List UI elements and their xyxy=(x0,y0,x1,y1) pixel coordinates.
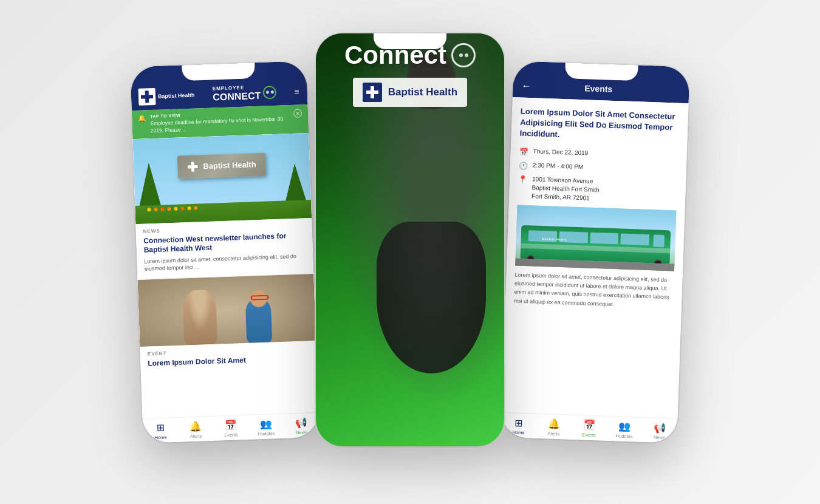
nav-alerts-right[interactable]: 🔔 Alerts xyxy=(536,418,572,437)
nav-events-label: Events xyxy=(224,432,238,438)
event-date: Thurs, Dec 22, 2019 xyxy=(533,147,588,157)
nav-home-label-right: Home xyxy=(512,429,524,435)
connect-circle-icon xyxy=(263,86,277,100)
glasses xyxy=(250,295,268,300)
nav-huddles-right[interactable]: 👥 Huddles xyxy=(606,420,642,440)
splash-screen: EMPLOYEE Connect xyxy=(316,33,504,446)
event-bus-image: Baptist Health xyxy=(515,205,676,271)
events-icon-right: 📅 xyxy=(583,419,596,431)
news-icon-right: 📢 xyxy=(654,422,666,434)
event-detail-title: Lorem Ipsum Dolor Sit Amet Consectetur A… xyxy=(519,106,680,145)
svg-rect-1 xyxy=(141,95,153,99)
events-icon: 📅 xyxy=(225,419,237,431)
nav-news-label-right: News xyxy=(654,435,665,441)
event-address-row: 📍 1001 Townson Avenue Baptist Health For… xyxy=(518,174,677,205)
splash-connect-icon xyxy=(451,43,476,67)
notch-right xyxy=(565,63,638,81)
nav-home[interactable]: ⊞ Home xyxy=(143,421,179,441)
employee-connect-text: EMPLOYEE Connect xyxy=(213,85,261,103)
event-time: 2:30 PM - 4:00 PM xyxy=(533,161,584,171)
home-icon: ⊞ xyxy=(156,422,165,434)
splash-cross-icon xyxy=(363,83,382,102)
svg-rect-5 xyxy=(366,90,378,94)
alert-text: TAP TO VIEW Employee deadline for mandat… xyxy=(150,109,290,135)
phones-showcase: Baptist Health EMPLOYEE Connect ≡ xyxy=(106,15,714,489)
news-header-image: Baptist Health xyxy=(132,133,312,224)
baptist-health-sign: Baptist Health xyxy=(177,152,267,179)
event-address: 1001 Townson Avenue Baptist Health Fort … xyxy=(531,175,600,203)
bottom-nav-right: ⊞ Home 🔔 Alerts 📅 Events 👥 Huddles 📢 New… xyxy=(501,412,677,443)
logo-cross-icon xyxy=(138,88,156,106)
nav-news-right[interactable]: 📢 News xyxy=(641,421,677,441)
bus-windshield xyxy=(653,234,665,247)
nav-alerts-label-right: Alerts xyxy=(548,431,559,437)
calendar-icon: 📅 xyxy=(519,147,528,156)
nav-home-label: Home xyxy=(154,435,166,441)
logo-text: Baptist Health xyxy=(158,92,195,100)
splash-baptist-name: Baptist Health xyxy=(388,86,457,98)
body-silhouette xyxy=(377,222,486,373)
svg-rect-3 xyxy=(188,165,197,169)
events-header-title: Events xyxy=(537,82,660,96)
news-icon: 📢 xyxy=(295,417,308,429)
phone-center: EMPLOYEE Connect xyxy=(316,33,504,446)
nav-news-label: News xyxy=(296,429,307,435)
nav-events-label-right: Events xyxy=(582,432,596,438)
adult-figure xyxy=(182,290,217,346)
nav-home-right[interactable]: ⊞ Home xyxy=(501,417,536,436)
event-date-row: 📅 Thurs, Dec 22, 2019 xyxy=(519,146,678,161)
clock-icon: 🕐 xyxy=(519,161,528,170)
phone-left: Baptist Health EMPLOYEE Connect ≡ xyxy=(130,61,319,443)
location-icon: 📍 xyxy=(518,175,527,184)
alert-close-button[interactable]: ✕ xyxy=(293,109,302,117)
sign-cross-icon xyxy=(187,161,199,172)
splash-baptist-logo-bar: Baptist Health xyxy=(353,78,467,107)
baptist-logo: Baptist Health xyxy=(138,87,195,106)
right-phone-content: Lorem Ipsum Dolor Sit Amet Consectetur A… xyxy=(502,97,689,418)
nav-events[interactable]: 📅 Events xyxy=(213,419,249,438)
alerts-icon: 🔔 xyxy=(190,421,202,433)
nav-huddles-label-right: Huddles xyxy=(616,433,633,439)
bell-icon: 🔔 xyxy=(138,114,146,122)
nav-news[interactable]: 📢 News xyxy=(284,417,319,436)
alerts-icon-right: 🔔 xyxy=(548,418,561,430)
notch-left xyxy=(182,63,255,81)
huddles-icon: 👥 xyxy=(260,418,273,430)
left-phone-content: Baptist Health NEWS Connection West news… xyxy=(132,133,318,418)
nav-alerts-label: Alerts xyxy=(190,434,202,440)
event-body-text: Lorem ipsum dolor sit amet, consectetur … xyxy=(514,270,674,311)
bottom-nav-left: ⊞ Home 🔔 Alerts 📅 Events 👥 Huddles 📢 New… xyxy=(142,412,319,443)
bus-body: Baptist Health xyxy=(521,225,671,264)
nav-huddles-label: Huddles xyxy=(258,431,275,437)
home-icon-right: ⊞ xyxy=(514,417,523,429)
huddles-icon-right: 👥 xyxy=(618,421,631,433)
nav-alerts[interactable]: 🔔 Alerts xyxy=(178,420,214,440)
event-image xyxy=(138,274,316,347)
nav-events-right[interactable]: 📅 Events xyxy=(571,419,607,438)
employee-connect-logo: EMPLOYEE Connect xyxy=(213,84,277,103)
hamburger-icon[interactable]: ≡ xyxy=(294,87,300,97)
nav-huddles[interactable]: 👥 Huddles xyxy=(248,418,284,437)
sign-baptist-health-text: Baptist Health xyxy=(203,160,256,171)
phone-right: ← Events Lorem Ipsum Dolor Sit Amet Cons… xyxy=(501,61,689,443)
event-time-row: 🕐 2:30 PM - 4:00 PM xyxy=(519,160,678,175)
notch-center xyxy=(374,33,446,49)
back-arrow-icon[interactable]: ← xyxy=(521,81,531,92)
